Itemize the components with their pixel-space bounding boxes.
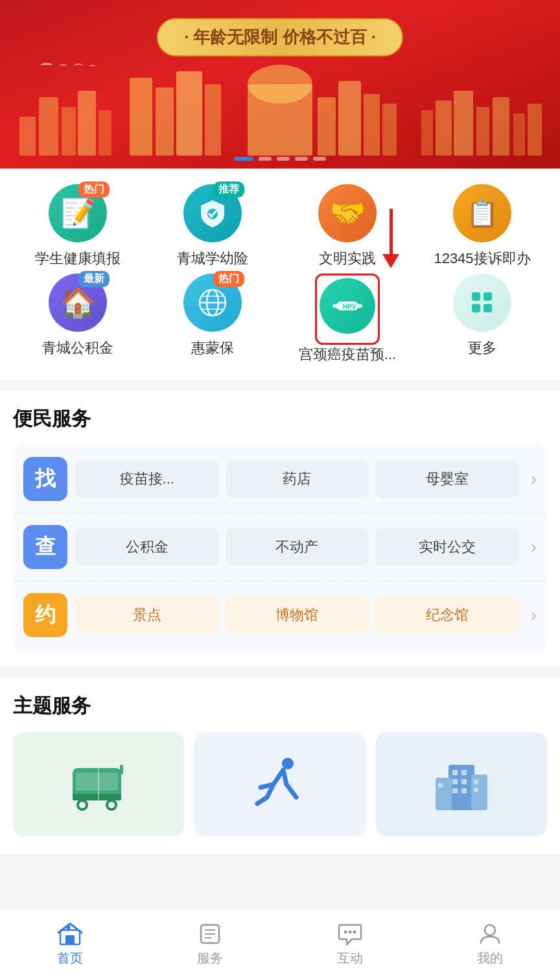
icon-circle-hpv: HPV xyxy=(320,278,375,334)
banner-dot-5 xyxy=(313,157,326,161)
svg-rect-15 xyxy=(421,110,433,156)
red-arrow-indicator xyxy=(382,209,399,268)
icon-label-civilization: 文明实践 xyxy=(319,249,376,268)
svg-rect-12 xyxy=(338,81,361,156)
svg-rect-59 xyxy=(65,935,75,944)
civilization-emoji: 🤝 xyxy=(330,196,366,230)
icon-qingcheng-insurance[interactable]: 推荐 青城学幼险 xyxy=(154,184,271,268)
icon-label-hpv: 宫颈癌疫苗预... xyxy=(299,345,396,364)
badge-hot-1: 热门 xyxy=(78,181,110,198)
badge-recommend: 推荐 xyxy=(213,181,244,198)
svg-rect-17 xyxy=(454,91,473,156)
icon-student-health[interactable]: 📝 热门 学生健康填报 xyxy=(19,184,136,268)
svg-text:HPV: HPV xyxy=(343,303,356,310)
bottom-nav: 首页 服务 互动 我的 xyxy=(0,909,560,980)
icon-complaints[interactable]: 📋 12345接诉即办 xyxy=(424,184,541,268)
svg-rect-34 xyxy=(472,304,480,312)
banner-dot-4 xyxy=(295,157,308,161)
svg-rect-16 xyxy=(436,100,452,156)
chip-museum[interactable]: 博物馆 xyxy=(226,596,369,634)
query-arrow: › xyxy=(531,537,537,557)
svg-rect-21 xyxy=(528,104,542,156)
svg-rect-57 xyxy=(474,788,478,792)
icon-label-insurance: 青城学幼险 xyxy=(177,249,248,268)
svg-rect-60 xyxy=(67,925,70,930)
svg-rect-51 xyxy=(452,779,458,784)
provident-emoji: 🏠 xyxy=(60,286,96,320)
home-nav-icon xyxy=(57,922,83,946)
svg-rect-3 xyxy=(78,91,96,156)
globe-icon xyxy=(196,286,229,320)
badge-new: 最新 xyxy=(78,271,110,287)
banner-dot-1 xyxy=(234,157,253,161)
buildings-icon xyxy=(429,752,494,817)
nav-item-interact[interactable]: 互动 xyxy=(337,922,363,967)
theme-section: 主题服务 xyxy=(0,677,560,854)
icon-label-hui-meng: 惠蒙保 xyxy=(191,338,234,358)
banner-label: · 年龄无限制 价格不过百 · xyxy=(157,18,403,56)
svg-rect-32 xyxy=(472,292,480,301)
find-items: 疫苗接... 药店 母婴室 xyxy=(75,460,519,498)
svg-rect-54 xyxy=(461,788,467,793)
chip-vaccine[interactable]: 疫苗接... xyxy=(75,460,219,498)
theme-title: 主题服务 xyxy=(13,693,547,719)
icon-label-complaints: 12345接诉即办 xyxy=(434,249,530,268)
book-tag: 约 xyxy=(23,593,67,637)
main-content: · 年龄无限制 价格不过百 · xyxy=(0,0,560,932)
icon-label-more: 更多 xyxy=(468,338,496,358)
icon-hpv-vaccine[interactable]: HPV 宫颈癌疫苗预... xyxy=(289,274,406,364)
grid-icon xyxy=(465,286,499,320)
svg-point-41 xyxy=(108,802,115,808)
svg-rect-1 xyxy=(39,97,58,156)
svg-rect-7 xyxy=(176,71,202,156)
svg-point-67 xyxy=(353,931,356,934)
icon-label-provident: 青城公积金 xyxy=(42,338,113,358)
icon-provident-fund[interactable]: 🏠 最新 青城公积金 xyxy=(19,274,136,364)
svg-rect-13 xyxy=(364,94,380,156)
nav-item-service[interactable]: 服务 xyxy=(197,922,223,967)
svg-rect-50 xyxy=(461,770,467,775)
svg-rect-53 xyxy=(452,788,458,793)
nav-label-home: 首页 xyxy=(57,950,83,967)
icon-circle-complaints: 📋 xyxy=(453,184,511,242)
chip-nursing-room[interactable]: 母婴室 xyxy=(375,460,519,498)
chip-fund[interactable]: 公积金 xyxy=(75,528,219,566)
syringe-icon: HPV xyxy=(330,288,365,323)
svg-rect-47 xyxy=(436,778,452,810)
service-row-book: 约 景点 博物馆 纪念馆 › xyxy=(13,581,547,649)
nav-item-mine[interactable]: 我的 xyxy=(477,922,503,967)
service-card: 找 疫苗接... 药店 母婴室 › 查 公积金 不动产 实时公交 › xyxy=(13,445,547,651)
svg-point-39 xyxy=(79,802,86,808)
banner[interactable]: · 年龄无限制 价格不过百 · xyxy=(0,0,560,169)
chip-pharmacy[interactable]: 药店 xyxy=(226,460,369,498)
theme-card-sports[interactable] xyxy=(194,732,366,836)
svg-rect-42 xyxy=(73,794,121,800)
chip-scenic[interactable]: 景点 xyxy=(75,596,219,634)
quick-icons-section: 📝 热门 学生健康填报 推荐 xyxy=(0,169,560,380)
icon-highlight-box: HPV xyxy=(315,274,380,345)
chip-memorial[interactable]: 纪念馆 xyxy=(375,596,519,634)
runner-icon xyxy=(248,752,312,817)
nav-label-service: 服务 xyxy=(197,950,223,967)
svg-rect-48 xyxy=(471,775,487,810)
svg-rect-37 xyxy=(76,773,118,791)
nav-item-home[interactable]: 首页 xyxy=(57,922,83,967)
svg-rect-6 xyxy=(156,88,174,156)
icon-label-student-health: 学生健康填报 xyxy=(35,249,121,268)
find-arrow: › xyxy=(531,469,537,489)
svg-rect-55 xyxy=(438,783,443,788)
chip-bus[interactable]: 实时公交 xyxy=(375,528,519,566)
banner-dot-3 xyxy=(277,157,290,161)
nav-label-mine: 我的 xyxy=(477,950,503,967)
icon-more[interactable]: 更多 xyxy=(424,274,541,364)
theme-card-bus[interactable] xyxy=(13,732,184,836)
svg-rect-4 xyxy=(99,110,111,156)
icon-circle-more xyxy=(453,274,511,332)
theme-card-building[interactable] xyxy=(376,732,547,836)
icon-hui-meng-bao[interactable]: 热门 惠蒙保 xyxy=(154,274,271,364)
svg-point-68 xyxy=(485,925,495,935)
banner-dots xyxy=(234,157,326,161)
theme-cards xyxy=(13,732,547,839)
service-nav-icon xyxy=(198,922,222,946)
chip-property[interactable]: 不动产 xyxy=(226,528,369,566)
